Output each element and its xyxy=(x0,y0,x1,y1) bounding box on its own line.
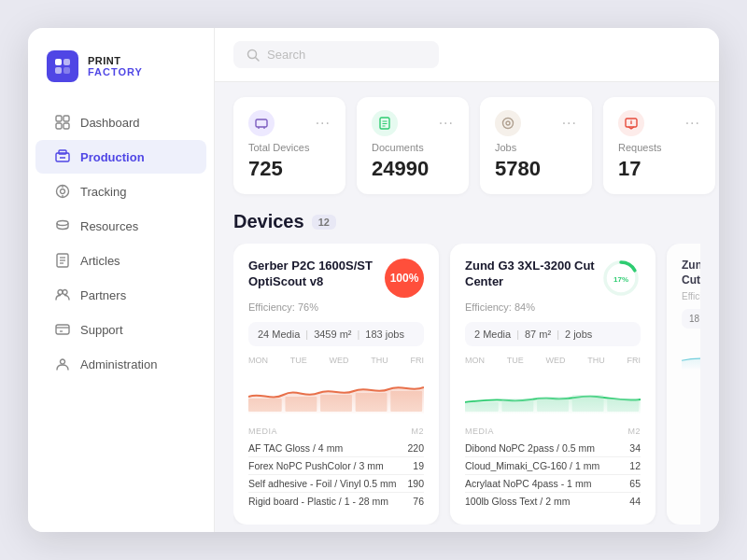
gerber-media-row-2: Forex NoPC PushColor / 3 mm 19 xyxy=(248,457,424,475)
requests-menu-dots[interactable]: ··· xyxy=(685,115,700,132)
search-icon xyxy=(247,49,260,62)
sidebar-label-production: Production xyxy=(80,150,145,164)
devices-stat-icon xyxy=(248,110,275,136)
gerber-media-row-4: Rigid board - Plastic / 1 - 28 mm 76 xyxy=(248,493,424,510)
svg-rect-49 xyxy=(537,397,569,412)
sidebar-item-partners[interactable]: Partners xyxy=(35,278,206,312)
zund2-stats: 18 Med... xyxy=(682,309,700,329)
svg-rect-22 xyxy=(56,325,69,334)
sidebar-label-articles: Articles xyxy=(80,254,120,268)
jobs-menu-dots[interactable]: ··· xyxy=(562,115,577,132)
zund1-media-table: MEDIA M2 Dibond NoPC 2pass / 0.5 mm 34 C… xyxy=(465,427,641,510)
devices-label: Total Devices xyxy=(248,142,331,153)
devices-heading: Devices xyxy=(233,211,304,232)
content-area: ··· Total Devices 725 xyxy=(215,82,719,532)
gerber-area: 3459 m² xyxy=(314,329,351,340)
svg-point-34 xyxy=(503,119,514,129)
svg-rect-27 xyxy=(256,119,267,127)
zund1-chart-svg xyxy=(465,369,641,413)
svg-rect-6 xyxy=(56,123,62,129)
sidebar-label-dashboard: Dashboard xyxy=(80,116,140,130)
svg-point-21 xyxy=(63,290,67,295)
svg-point-38 xyxy=(630,120,631,121)
dashboard-icon xyxy=(54,114,71,131)
requests-value: 17 xyxy=(618,157,700,181)
zund2-chart-svg xyxy=(682,336,700,373)
devices-value: 725 xyxy=(248,157,331,181)
svg-rect-2 xyxy=(55,67,62,74)
svg-rect-3 xyxy=(63,67,70,74)
zund1-stats-row: 2 Media | 87 m² | 2 jobs xyxy=(465,322,641,346)
main-content: Search ··· xyxy=(215,28,719,532)
gerber-media-table: MEDIA M2 AF TAC Gloss / 4 mm 220 Forex N… xyxy=(248,427,424,510)
svg-rect-48 xyxy=(501,399,533,412)
zund1-media-row-4: 100lb Gloss Text / 2 mm 44 xyxy=(465,493,641,510)
stat-card-devices: ··· Total Devices 725 xyxy=(233,97,345,194)
gerber-jobs: 183 jobs xyxy=(365,329,404,340)
zund1-efficiency-text: Efficiency: 84% xyxy=(465,301,641,313)
sidebar-item-administration[interactable]: Administration xyxy=(35,347,206,381)
search-box[interactable]: Search xyxy=(233,41,439,68)
sidebar-item-dashboard[interactable]: Dashboard xyxy=(35,105,206,139)
svg-rect-39 xyxy=(248,399,282,412)
svg-rect-0 xyxy=(55,59,62,65)
documents-value: 24990 xyxy=(372,157,454,181)
topbar: Search xyxy=(215,28,719,82)
gerber-media-row-1: AF TAC Gloss / 4 mm 220 xyxy=(248,440,424,457)
svg-rect-9 xyxy=(59,150,66,154)
zund1-efficiency-circle: 17% xyxy=(601,259,641,298)
svg-rect-43 xyxy=(390,391,422,412)
sidebar-item-production[interactable]: Production xyxy=(35,140,206,174)
jobs-value: 5780 xyxy=(495,157,577,181)
nav-section: Dashboard Production xyxy=(28,105,214,517)
svg-rect-51 xyxy=(607,399,639,412)
documents-stat-icon xyxy=(372,110,398,136)
sidebar-item-support[interactable]: Support xyxy=(35,313,206,346)
svg-point-20 xyxy=(58,290,63,295)
svg-point-35 xyxy=(506,121,510,125)
zund1-chart: MON TUE WED THU FRI xyxy=(465,356,641,417)
svg-rect-4 xyxy=(56,116,62,121)
logo-factory: FACTORY xyxy=(88,66,143,77)
svg-rect-5 xyxy=(63,116,69,121)
device-cards-container: Gerber P2C 1600S/ST OptiScout v8 100% Ef… xyxy=(233,244,700,525)
sidebar-item-resources[interactable]: Resources xyxy=(35,209,206,243)
gerber-stats-row: 24 Media | 3459 m² | 183 jobs xyxy=(248,322,424,346)
resources-icon xyxy=(54,217,71,234)
svg-rect-40 xyxy=(285,397,317,412)
svg-point-12 xyxy=(61,189,65,194)
zund1-media-row-2: Cloud_Mimaki_CG-160 / 1 mm 12 xyxy=(465,457,641,475)
logo-icon xyxy=(47,50,78,82)
gerber-title: Gerber P2C 1600S/ST OptiScout v8 xyxy=(248,259,385,290)
svg-text:17%: 17% xyxy=(613,275,628,284)
svg-rect-7 xyxy=(63,123,69,129)
zund1-media-row-1: Dibond NoPC 2pass / 0.5 mm 34 xyxy=(465,440,641,457)
zund1-area: 87 m² xyxy=(525,329,551,340)
zund2-efficiency: Efficiency... xyxy=(682,291,700,301)
zund1-media-count: 2 Media xyxy=(474,329,511,340)
production-icon xyxy=(54,148,71,165)
sidebar-label-support: Support xyxy=(80,323,123,337)
gerber-efficiency-badge: 100% xyxy=(385,259,424,298)
sidebar-item-articles[interactable]: Articles xyxy=(35,244,206,277)
articles-icon xyxy=(54,252,71,269)
stat-card-requests: ··· Requests 17 xyxy=(603,97,715,194)
gerber-chart: MON TUE WED THU FRI xyxy=(248,356,424,417)
device-card-gerber: Gerber P2C 1600S/ST OptiScout v8 100% Ef… xyxy=(233,244,439,525)
svg-rect-42 xyxy=(356,393,388,412)
svg-line-26 xyxy=(256,57,260,61)
sidebar-item-tracking[interactable]: Tracking xyxy=(35,175,206,208)
logo-print: PRINT xyxy=(88,55,143,66)
zund1-media-row-3: Acrylaat NoPC 4pass - 1 mm 65 xyxy=(465,475,641,493)
tracking-icon xyxy=(54,183,71,200)
devices-section-title: Devices 12 xyxy=(233,211,700,232)
documents-menu-dots[interactable]: ··· xyxy=(439,115,454,132)
svg-point-15 xyxy=(57,221,68,226)
device-card-zund1: Zund G3 3XL-3200 Cut Center 17% Efficien… xyxy=(450,244,655,525)
svg-rect-41 xyxy=(320,395,352,412)
requests-label: Requests xyxy=(618,142,700,153)
gerber-efficiency-text: Efficiency: 76% xyxy=(248,301,424,313)
sidebar-label-administration: Administration xyxy=(80,357,157,371)
devices-menu-dots[interactable]: ··· xyxy=(316,115,331,132)
zund1-jobs: 2 jobs xyxy=(565,329,592,340)
